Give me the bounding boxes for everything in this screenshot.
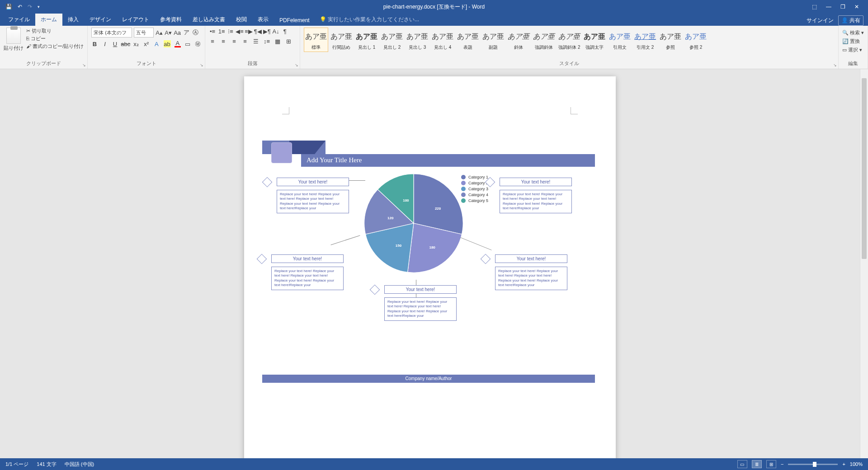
style-副題[interactable]: あア亜副題 [481, 28, 505, 52]
save-icon[interactable]: 💾 [5, 4, 12, 10]
style-見出し 2[interactable]: あア亜見出し 2 [380, 28, 404, 52]
font-size-combo[interactable]: 五号 [134, 28, 154, 38]
select-button[interactable]: ▭ 選択 ▾ [842, 47, 864, 53]
page-count[interactable]: 1/1 ページ [5, 461, 28, 468]
line-spacing-icon[interactable]: ↕≡ [263, 38, 270, 45]
scroll-thumb[interactable] [862, 78, 867, 259]
tab-pdfelement[interactable]: PDFelement [274, 15, 315, 26]
font-name-combo[interactable]: 宋体 (本文のフ [91, 28, 132, 38]
distribute-icon[interactable]: ☰ [252, 38, 259, 45]
style-引用文 2[interactable]: あア亜引用文 2 [633, 28, 657, 52]
inc-indent-icon[interactable]: ≡▶ [245, 28, 252, 35]
enclose-icon[interactable]: ㊙ [195, 40, 202, 47]
footer-bar[interactable]: Company name/Author [262, 375, 595, 383]
align-center-icon[interactable]: ≡ [220, 38, 227, 45]
minimize-icon[interactable]: — [826, 4, 831, 10]
style-強調斜体[interactable]: あア亜強調斜体 [532, 28, 556, 52]
rtl-icon[interactable]: ▶¶ [263, 28, 270, 35]
tell-me-search[interactable]: 💡 実行したい作業を入力してください... [315, 14, 424, 26]
callout[interactable]: Your text here! Replace your text here! … [384, 285, 457, 321]
zoom-in-icon[interactable]: + [842, 461, 845, 467]
show-marks-icon[interactable]: ¶ [281, 28, 288, 35]
cut-button[interactable]: ✂ 切り取り [26, 28, 84, 34]
callout[interactable]: Your text here! Replace your text here! … [500, 178, 572, 213]
close-icon[interactable]: ✕ [854, 4, 859, 10]
grow-font-icon[interactable]: A▴ [156, 29, 163, 36]
italic-icon[interactable]: I [102, 40, 108, 47]
style-参照 2[interactable]: あア亜参照 2 [684, 28, 708, 52]
tab-design[interactable]: デザイン [84, 14, 117, 26]
align-right-icon[interactable]: ≡ [231, 38, 238, 45]
style-引用文[interactable]: あア亜引用文 [608, 28, 632, 52]
char-border-icon[interactable]: ▭ [184, 40, 191, 47]
qat-customize-icon[interactable]: ▾ [38, 5, 40, 9]
maximize-icon[interactable]: ❐ [840, 4, 845, 10]
format-painter-button[interactable]: 🖌 書式のコピー/貼り付け [26, 43, 84, 50]
style-標準[interactable]: あア亜標準 [304, 28, 328, 52]
bold-icon[interactable]: B [91, 40, 98, 47]
tab-mailings[interactable]: 差し込み文書 [187, 14, 231, 26]
font-color-icon[interactable]: A [175, 40, 181, 47]
word-count[interactable]: 141 文字 [37, 461, 56, 468]
callout[interactable]: Your text here! Replace your text here! … [495, 254, 567, 290]
signin-link[interactable]: サインイン [807, 17, 834, 24]
styles-launcher-icon[interactable]: ↘ [833, 63, 837, 67]
subscript-icon[interactable]: x₂ [133, 40, 140, 47]
justify-icon[interactable]: ≡ [241, 38, 249, 45]
share-button[interactable]: 👤 共有 [838, 15, 863, 26]
ribbon-options-icon[interactable]: ⬚ [812, 4, 817, 10]
style-見出し 4[interactable]: あア亜見出し 4 [430, 28, 455, 52]
undo-icon[interactable]: ↶ [18, 4, 22, 10]
shrink-font-icon[interactable]: A▾ [165, 29, 172, 36]
style-参照[interactable]: あア亜参照 [658, 28, 683, 52]
strike-icon[interactable]: abc [122, 40, 129, 47]
redo-icon[interactable]: ↷ [28, 4, 32, 10]
page-title[interactable]: Add Your Title Here [301, 154, 595, 167]
tab-home[interactable]: ホーム [35, 14, 62, 26]
tab-review[interactable]: 校閲 [231, 14, 252, 26]
align-left-icon[interactable]: ≡ [209, 38, 216, 45]
tab-references[interactable]: 参考資料 [155, 14, 187, 26]
language-status[interactable]: 中国語 (中国) [65, 461, 94, 468]
pie-chart[interactable] [362, 171, 466, 275]
style-強調斜体 2[interactable]: あア亜強調斜体 2 [557, 28, 581, 52]
sort-icon[interactable]: A↓ [272, 28, 279, 35]
callout[interactable]: Your text here! Replace your text here! … [277, 178, 349, 213]
multilevel-icon[interactable]: ⁝≡ [227, 28, 234, 35]
tab-layout[interactable]: レイアウト [117, 14, 155, 26]
style-行間詰め[interactable]: あア亜行間詰め [329, 28, 354, 52]
zoom-out-icon[interactable]: − [781, 461, 783, 467]
paste-button[interactable]: 貼り付け [4, 28, 24, 52]
font-launcher-icon[interactable]: ↘ [200, 63, 203, 67]
ltr-icon[interactable]: ¶◀ [254, 28, 261, 35]
dec-indent-icon[interactable]: ◀≡ [236, 28, 243, 35]
underline-icon[interactable]: U [112, 40, 118, 47]
borders-icon[interactable]: ⊞ [285, 38, 292, 45]
tab-insert[interactable]: 挿入 [62, 14, 84, 26]
style-強調太字[interactable]: あア亜強調太字 [582, 28, 607, 52]
style-見出し 3[interactable]: あア亜見出し 3 [405, 28, 429, 52]
copy-button[interactable]: ⎘ コピー [26, 35, 84, 42]
para-launcher-icon[interactable]: ↘ [295, 63, 298, 67]
clear-format-icon[interactable]: Ⓐ [192, 29, 199, 36]
superscript-icon[interactable]: x² [143, 40, 150, 47]
change-case-icon[interactable]: Aa [174, 29, 181, 36]
document-area[interactable]: Add Your Title Here 220180150120100 Cate… [0, 69, 860, 458]
style-斜体[interactable]: あア亜斜体 [506, 28, 531, 52]
web-layout-icon[interactable]: ⊞ [766, 460, 776, 468]
highlight-icon[interactable]: ab [164, 40, 171, 47]
numbering-icon[interactable]: 1≡ [218, 28, 225, 35]
tab-file[interactable]: ファイル [3, 14, 35, 26]
page[interactable]: Add Your Title Here 220180150120100 Cate… [244, 76, 616, 458]
vertical-scrollbar[interactable] [860, 69, 868, 458]
style-表題[interactable]: あア亜表題 [456, 28, 480, 52]
shading-icon[interactable]: ▦ [274, 38, 281, 45]
tab-view[interactable]: 表示 [252, 14, 274, 26]
print-layout-icon[interactable]: ≣ [752, 460, 762, 468]
clipboard-launcher-icon[interactable]: ↘ [82, 63, 86, 67]
find-button[interactable]: 🔍 検索 ▾ [842, 29, 864, 36]
read-mode-icon[interactable]: ▭ [737, 460, 747, 468]
text-effects-icon[interactable]: A [153, 40, 160, 47]
phonetic-icon[interactable]: ア [183, 29, 190, 36]
style-見出し 1[interactable]: あア亜見出し 1 [354, 28, 379, 52]
